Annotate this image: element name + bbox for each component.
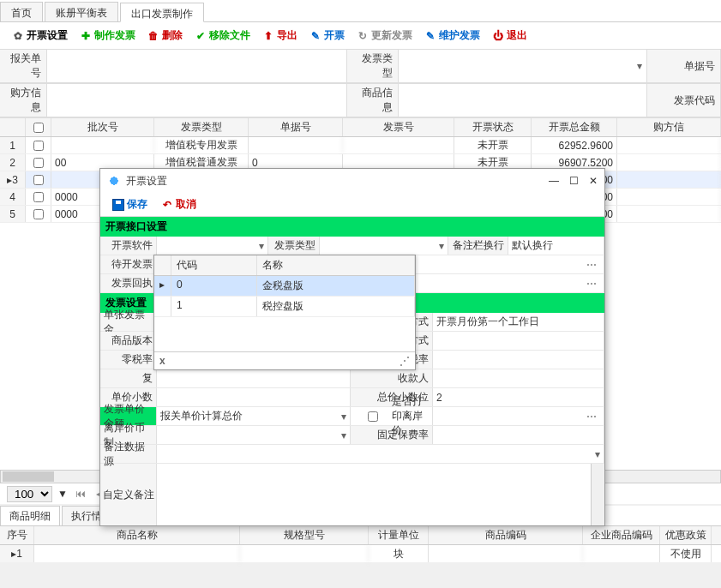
remove-file-button[interactable]: ✔移除文件 xyxy=(189,27,255,45)
remark-src-label: 备注数据源 xyxy=(100,445,157,463)
minimize-button[interactable]: — xyxy=(549,175,559,187)
row-checkbox[interactable] xyxy=(33,209,44,219)
rate-method-value[interactable]: 开票月份第一个工作日 xyxy=(436,315,539,329)
detail-row[interactable]: ▸ 1 块 不使用 xyxy=(0,545,721,562)
declare-no-input[interactable] xyxy=(47,57,346,75)
row-checkbox[interactable] xyxy=(33,141,44,151)
tab-product-detail[interactable]: 商品明细 xyxy=(0,506,60,525)
dup-label: 复 xyxy=(100,369,157,387)
inv-type-label: 发票类型 xyxy=(268,237,320,255)
col-invoice[interactable]: 发票号 xyxy=(343,118,454,136)
search-bar: 报关单号 发票类型 ▾ 单据号 xyxy=(0,50,721,84)
custom-remark-textarea[interactable] xyxy=(157,464,591,525)
detail-grid-header: 序号 商品名称 规格型号 计量单位 商品编码 企业商品编码 优惠政策 xyxy=(0,526,721,545)
page-size-select[interactable]: 100 xyxy=(7,486,52,502)
custom-remark-label: 自定义备注 xyxy=(100,464,157,525)
dialog-toolbar: 保存 ↶取消 xyxy=(100,193,604,217)
chevron-down-icon[interactable]: ▾ xyxy=(595,448,600,460)
grid-header: 批次号 发票类型 单据号 发票号 开票状态 开票总金额 购方信 xyxy=(0,118,721,137)
dd-col-code: 代码 xyxy=(171,255,257,275)
settings-dialog: 开票设置 — ☐ ✕ 保存 ↶取消 开票接口设置 开票软件 ▾ 发票类型 ▾ 备… xyxy=(99,168,605,526)
export-button[interactable]: ⬆导出 xyxy=(257,27,303,45)
pen-icon: ✎ xyxy=(424,30,436,42)
product-info-label: 商品信息 xyxy=(347,84,399,117)
chevron-down-icon[interactable]: ▾ xyxy=(341,411,346,423)
single-label: 单张发票金 xyxy=(100,313,157,331)
remark-wrap-value[interactable]: 默认换行 xyxy=(512,238,553,253)
col-amount[interactable]: 开票总金额 xyxy=(532,118,617,136)
row-checkbox[interactable] xyxy=(33,192,44,202)
row-checkbox[interactable] xyxy=(33,175,44,185)
chevron-down-icon[interactable]: ▾ xyxy=(259,240,264,252)
print-fob-checkbox[interactable] xyxy=(354,411,392,422)
cancel-button[interactable]: ↶取消 xyxy=(156,195,201,213)
app-logo-icon xyxy=(107,174,121,188)
plus-icon: ✚ xyxy=(80,30,92,42)
vertical-scrollbar[interactable] xyxy=(591,464,604,525)
invoice-button[interactable]: ✎开票 xyxy=(304,27,350,45)
col-buyer[interactable]: 购方信 xyxy=(617,118,721,136)
settings-button[interactable]: ✿开票设置 xyxy=(7,27,73,45)
zero-rate-label: 零税率 xyxy=(100,351,157,369)
tab-balance[interactable]: 账册平衡表 xyxy=(45,2,118,21)
payee-label: 收款人 xyxy=(351,369,433,387)
version-label: 商品版本 xyxy=(100,332,157,350)
col-type[interactable]: 发票类型 xyxy=(154,118,249,136)
undo-icon: ↶ xyxy=(161,199,173,211)
close-button[interactable]: ✕ xyxy=(589,175,598,187)
dropdown-option[interactable]: 1税控盘版 xyxy=(154,297,415,317)
upload-icon: ⬆ xyxy=(262,30,274,42)
product-info-input[interactable] xyxy=(399,92,646,109)
col-status[interactable]: 开票状态 xyxy=(454,118,532,136)
software-dropdown: 代码 名称 ▸0金税盘版 1税控盘版 x ⋰ xyxy=(153,255,416,370)
software-select[interactable] xyxy=(160,240,259,252)
ellipsis-button[interactable]: ⋯ xyxy=(583,278,600,290)
price-amt-value[interactable]: 报关单价计算总价 xyxy=(160,409,243,423)
search-bar-2: 购方信息 商品信息 发票代码 xyxy=(0,84,721,118)
delete-button[interactable]: 🗑删除 xyxy=(142,27,188,45)
arrow-down-icon: ▼ xyxy=(57,488,68,500)
save-icon xyxy=(112,199,124,211)
dd-col-name: 名称 xyxy=(257,255,415,275)
chevron-down-icon[interactable]: ▾ xyxy=(439,240,444,252)
buyer-info-label: 购方信息 xyxy=(0,84,47,117)
invoice-code-label: 发票代码 xyxy=(647,84,721,117)
table-row[interactable]: 1 增值税专用发票未开票62952.9600 xyxy=(0,137,721,154)
resize-grip-icon[interactable]: ⋰ xyxy=(400,355,410,367)
remark-wrap-label: 备注栏换行 xyxy=(448,237,508,255)
ellipsis-button[interactable]: ⋯ xyxy=(583,411,600,423)
toolbar: ✿开票设置 ✚制作发票 🗑删除 ✔移除文件 ⬆导出 ✎开票 ↻更新发票 ✎维护发… xyxy=(0,22,721,50)
select-all-checkbox[interactable] xyxy=(33,123,44,133)
tab-home[interactable]: 首页 xyxy=(0,2,43,21)
bill-no-label: 单据号 xyxy=(647,50,721,83)
software-label: 开票软件 xyxy=(100,237,157,255)
tab-export-invoice[interactable]: 出口发票制作 xyxy=(120,3,204,22)
print-fob-label: 是否打印离岸价 xyxy=(392,394,429,438)
dropdown-option[interactable]: ▸0金税盘版 xyxy=(154,276,415,297)
dialog-title: 开票设置 xyxy=(126,174,167,189)
maximize-button[interactable]: ☐ xyxy=(569,175,579,187)
gear-icon: ✿ xyxy=(12,30,24,42)
power-icon: ⏻ xyxy=(492,30,504,42)
receipt-label: 发票回执 xyxy=(100,274,157,292)
dropdown-close-button[interactable]: x xyxy=(159,355,165,367)
row-checkbox[interactable] xyxy=(33,158,44,168)
buyer-info-input[interactable] xyxy=(47,92,346,109)
maintain-invoice-button[interactable]: ✎维护发票 xyxy=(419,27,485,45)
declare-no-label: 报关单号 xyxy=(0,50,47,83)
inv-type-select[interactable] xyxy=(323,240,439,252)
invoice-type-input[interactable] xyxy=(399,57,633,75)
first-page-button[interactable]: ⏮ xyxy=(73,488,88,500)
save-button[interactable]: 保存 xyxy=(107,195,153,213)
total-dec-value[interactable]: 2 xyxy=(436,392,442,404)
create-invoice-button[interactable]: ✚制作发票 xyxy=(75,27,141,45)
chevron-down-icon[interactable]: ▾ xyxy=(341,429,346,441)
exit-button[interactable]: ⏻退出 xyxy=(487,27,532,45)
chevron-down-icon[interactable]: ▾ xyxy=(633,60,646,72)
col-bill[interactable]: 单据号 xyxy=(249,118,343,136)
pending-label: 待开发票 xyxy=(100,255,157,273)
update-invoice-button[interactable]: ↻更新发票 xyxy=(351,27,418,45)
dialog-titlebar[interactable]: 开票设置 — ☐ ✕ xyxy=(100,169,604,193)
col-batch[interactable]: 批次号 xyxy=(51,118,154,136)
ellipsis-button[interactable]: ⋯ xyxy=(583,259,600,271)
